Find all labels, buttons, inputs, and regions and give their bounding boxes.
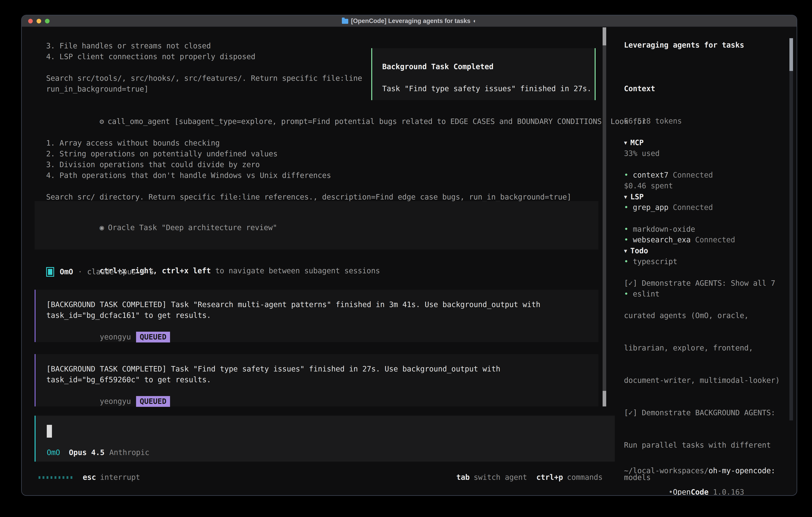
- gear-icon: ⚙: [99, 117, 104, 126]
- input-agent-name: OmO: [47, 447, 60, 458]
- ctrlp-key-hint: ctrl+p: [536, 472, 563, 483]
- app-version: 1.0.163: [713, 488, 744, 496]
- todo-item-line: librarian, explore, frontend,: [624, 343, 789, 353]
- window-title: [OpenCode] Leveraging agents for tasks ◐: [342, 18, 477, 25]
- session-title: Leveraging agents for tasks: [624, 40, 744, 51]
- agent-model: claude-opus-4-5: [87, 267, 154, 277]
- tool-call-item: 2. String operations on potentially unde…: [46, 148, 646, 159]
- mcp-section-header[interactable]: ▼MCP: [624, 137, 735, 148]
- oracle-task-title-row: ◉Oracle Task "Deep architecture review": [46, 212, 599, 244]
- tool-call-header-text: call_omo_agent [subagent_type=explore, p…: [108, 117, 646, 126]
- task-user: yeongyu: [100, 397, 131, 406]
- todo-item-line: [✓] Demonstrate BACKGROUND AGENTS:: [624, 407, 789, 418]
- minimize-button[interactable]: [36, 19, 41, 23]
- sidebar-scrollbar-thumb[interactable]: [789, 38, 793, 71]
- main-scrollbar[interactable]: [603, 27, 606, 406]
- status-bar: esc interrupt tab switch agent ctrl+p co…: [22, 472, 617, 483]
- todo-item-line: document-writer, multimodal-looker): [624, 375, 789, 386]
- status-badge: QUEUED: [136, 332, 170, 343]
- task-message-line: [BACKGROUND TASK COMPLETED] Task "Resear…: [46, 299, 599, 310]
- lsp-section-header[interactable]: ▼LSP: [624, 192, 695, 202]
- record-icon: ◉: [99, 223, 104, 232]
- task-user: yeongyu: [100, 333, 131, 341]
- ctrlp-key-label: commands: [567, 472, 603, 483]
- oracle-hint-text: to navigate between subagent sessions: [211, 267, 380, 275]
- oracle-task-title: Oracle Task "Deep architecture review": [108, 223, 277, 232]
- esc-key-label: interrupt: [100, 472, 140, 483]
- app-name-code: Code: [691, 488, 708, 496]
- workspace-path-dim: ~/local-workspaces/: [624, 466, 708, 475]
- window-controls: [28, 16, 50, 27]
- main-scrollbar-thumb[interactable]: [603, 391, 606, 406]
- scrollback-text: 3. File handles or streams not closed 4.…: [46, 40, 362, 94]
- background-task-notification: Background Task Completed Task "Find typ…: [371, 48, 596, 100]
- lsp-heading: LSP: [630, 193, 644, 201]
- input-model-name: Opus 4.5: [69, 447, 105, 458]
- scrollback-line: 3. File handles or streams not closed: [46, 40, 362, 51]
- status-badge: QUEUED: [136, 396, 170, 407]
- agent-session-header: OmO · claude-opus-4-5: [46, 267, 154, 277]
- close-button[interactable]: [28, 19, 33, 23]
- tool-call-block: ⚙call_omo_agent [subagent_type=explore, …: [46, 105, 646, 202]
- esc-key-hint: esc: [83, 472, 96, 483]
- task-message-line: task_id="bg_6f59260c" to get results.: [46, 375, 599, 385]
- agent-name: OmO: [60, 267, 73, 277]
- tab-key-hint: tab: [456, 472, 470, 483]
- bullet-icon: •: [669, 488, 673, 496]
- input-meta-row: OmO Opus 4.5 Anthropic: [47, 447, 149, 458]
- sidebar-scrollbar[interactable]: [789, 38, 793, 420]
- sidebar: Leveraging agents for tasks Context 66,5…: [617, 27, 796, 495]
- tool-call-header: ⚙call_omo_agent [subagent_type=explore, …: [46, 105, 646, 138]
- tool-call-item: 4. Path operations that don't handle Win…: [46, 170, 646, 181]
- notification-title: Background Task Completed: [382, 61, 594, 72]
- notification-body: Task "Find type safety issues" finished …: [382, 83, 594, 94]
- prompt-input[interactable]: OmO Opus 4.5 Anthropic: [35, 416, 615, 462]
- moon-icon: ◐: [473, 18, 476, 24]
- spinner-dots-icon: [38, 476, 72, 479]
- collapse-triangle-icon: ▼: [624, 248, 627, 254]
- opencode-window: [OpenCode] Leveraging agents for tasks ◐…: [21, 15, 797, 496]
- context-heading: Context: [624, 83, 682, 94]
- content-area: 3. File handles or streams not closed 4.…: [22, 27, 796, 495]
- desktop: [OpenCode] Leveraging agents for tasks ◐…: [0, 0, 812, 517]
- folder-icon: [342, 19, 348, 24]
- scrollback-line: 4. LSP client connections not properly d…: [46, 51, 362, 62]
- workspace-path-bright: oh-my-opencode:: [708, 466, 775, 475]
- workspace-path-line: ~/local-workspaces/oh-my-opencode:: [624, 465, 775, 476]
- todo-item-line: [✓] Demonstrate AGENTS: Show all 7: [624, 278, 789, 289]
- agent-icon: [46, 267, 54, 277]
- scrollback-line: run_in_background=true]: [46, 84, 362, 94]
- mcp-heading: MCP: [630, 138, 644, 147]
- main-scrollbar-top-cap[interactable]: [603, 27, 606, 45]
- todo-item-line: curated agents (OmO, oracle,: [624, 310, 789, 321]
- collapse-triangle-icon: ▼: [624, 140, 627, 146]
- task-message-line: [BACKGROUND TASK COMPLETED] Task "Find t…: [46, 364, 599, 375]
- maximize-button[interactable]: [45, 19, 50, 23]
- separator-dot: ·: [78, 267, 82, 277]
- scrollback-line: Search src/tools/, src/hooks/, src/featu…: [46, 73, 362, 84]
- tool-call-item: 3. Division operations that could divide…: [46, 159, 646, 170]
- todo-heading: Todo: [630, 246, 648, 255]
- background-task-message: [BACKGROUND TASK COMPLETED] Task "Find t…: [35, 354, 599, 406]
- tool-call-item: 1. Array access without bounds checking: [46, 138, 646, 148]
- tab-key-label: switch agent: [474, 472, 527, 483]
- task-meta-row: yeongyuQUEUED: [46, 321, 599, 353]
- background-task-message: [BACKGROUND TASK COMPLETED] Task "Resear…: [35, 290, 599, 342]
- task-message-line: task_id="bg_dcfac161" to get results.: [46, 310, 599, 321]
- oracle-task-panel: ◉Oracle Task "Deep architecture review" …: [35, 201, 599, 249]
- input-provider-name: Anthropic: [109, 447, 149, 458]
- titlebar: [OpenCode] Leveraging agents for tasks ◐: [22, 16, 796, 27]
- todo-section-header[interactable]: ▼Todo: [624, 245, 789, 256]
- task-meta-row: yeongyuQUEUED: [46, 385, 599, 418]
- text-cursor: [47, 425, 52, 438]
- tool-call-footer: Search src/ directory. Return specific f…: [46, 192, 646, 202]
- app-version-row: •OpenCode 1.0.163: [624, 476, 744, 496]
- window-title-text: [OpenCode] Leveraging agents for tasks: [351, 18, 470, 25]
- app-name-open: Open: [673, 488, 691, 496]
- collapse-triangle-icon: ▼: [624, 194, 627, 200]
- status-bar-right: tab switch agent ctrl+p commands: [456, 472, 603, 483]
- chat-transcript: 3. File handles or streams not closed 4.…: [22, 27, 617, 495]
